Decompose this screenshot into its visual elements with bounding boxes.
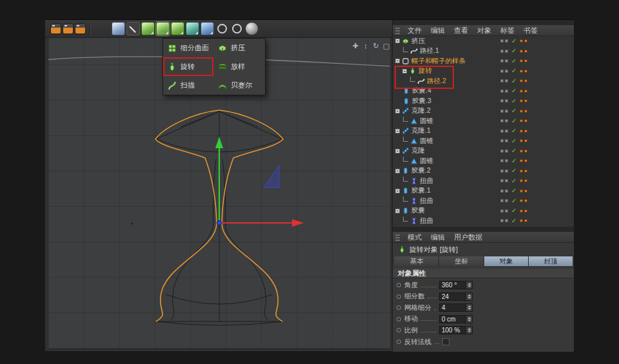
toggle-view-icon[interactable]: ▢ [382,42,390,50]
tag-dot-icon[interactable] [520,149,523,153]
menu-item-subdivision-surface[interactable]: 细分曲面 [163,39,213,57]
spinner-up-icon[interactable] [467,283,471,285]
editor-visibility-dot[interactable] [500,129,504,133]
tag-dot-icon[interactable] [520,159,523,162]
camera-button[interactable] [215,22,229,35]
spinner-down-icon[interactable] [467,308,471,310]
om-menu-查看[interactable]: 查看 [449,26,473,35]
spinner-arrows[interactable] [466,293,472,300]
tag-dot-icon[interactable] [524,119,527,122]
editor-visibility-dot[interactable] [500,159,504,162]
axis-y-arrow[interactable] [215,137,223,220]
orbit-icon[interactable]: ↻ [372,42,380,50]
enabled-check-icon[interactable]: ✓ [511,178,516,184]
object-row[interactable]: 扭曲✓ [393,176,574,186]
expand-toggle[interactable] [395,129,400,133]
tag-dot-icon[interactable] [520,189,523,193]
generators-button[interactable] [156,22,170,35]
tag-dot-icon[interactable] [524,139,527,142]
editor-visibility-dot[interactable] [500,149,504,153]
editor-visibility-dot[interactable] [500,199,504,202]
spinner-down-icon[interactable] [467,320,471,321]
tab-坐标[interactable]: 坐标 [439,256,483,266]
tag-dot-icon[interactable] [524,39,527,43]
editor-visibility-dot[interactable] [500,70,504,73]
render-visibility-dot[interactable] [505,90,508,93]
editor-visibility-dot[interactable] [500,110,504,113]
render-visibility-dot[interactable] [505,39,508,43]
render-visibility-dot[interactable] [505,79,508,82]
object-row[interactable]: 圆锥✓ [393,116,574,126]
panel-grip-icon[interactable] [395,234,400,241]
editor-visibility-dot[interactable] [500,119,504,122]
keyframe-circle-icon[interactable] [397,283,401,287]
tag-dot-icon[interactable] [524,219,527,222]
render-visibility-dot[interactable] [505,99,508,102]
freehand-spline-pen-button[interactable] [126,22,140,35]
spinner-up-icon[interactable] [467,317,471,319]
add-cube-button[interactable] [112,22,125,35]
menu-item-loft[interactable]: 放样 [213,57,264,76]
tag-dot-icon[interactable] [520,119,523,122]
enabled-check-icon[interactable]: ✓ [511,198,516,204]
render-visibility-dot[interactable] [505,209,508,213]
menu-item-bezier[interactable]: 贝赛尔 [213,76,264,95]
flip-normals-checkbox[interactable] [442,338,449,345]
enabled-check-icon[interactable]: ✓ [511,218,516,224]
editor-visibility-dot[interactable] [500,209,504,213]
enabled-check-icon[interactable]: ✓ [511,78,516,84]
panel-grip-icon[interactable] [395,27,400,34]
expand-toggle[interactable] [395,59,400,63]
render-visibility-dot[interactable] [505,199,508,202]
menu-item-sweep[interactable]: 扫描 [163,76,213,95]
axis-origin-handle[interactable] [217,220,221,225]
spinner-up-icon[interactable] [467,294,471,296]
object-row[interactable]: 路径.1✓ [393,46,574,57]
render-visibility-dot[interactable] [505,219,508,222]
value-field[interactable]: 4 [439,303,473,312]
editor-visibility-dot[interactable] [500,79,504,82]
expand-toggle[interactable] [395,109,400,113]
render-visibility-dot[interactable] [505,110,508,113]
tag-dot-icon[interactable] [524,169,527,173]
expand-toggle[interactable] [402,69,407,73]
editor-visibility-dot[interactable] [500,39,504,43]
keyframe-circle-icon[interactable] [397,317,401,321]
object-row[interactable]: 扭曲✓ [393,216,574,226]
object-row[interactable]: 克隆.1✓ [393,126,574,137]
enabled-check-icon[interactable]: ✓ [511,108,516,114]
object-row[interactable]: 旋转✓ [393,66,574,77]
menu-item-extrude[interactable]: 挤压 [213,39,264,57]
expand-toggle[interactable] [395,39,400,43]
tab-基本[interactable]: 基本 [395,256,438,266]
tag-dot-icon[interactable] [524,110,527,113]
tag-dot-icon[interactable] [520,179,523,182]
object-row[interactable]: 扭曲✓ [393,196,574,206]
render-visibility-dot[interactable] [505,149,508,153]
object-row[interactable]: 帽子和帽子的样条✓ [393,56,574,66]
om-menu-标签[interactable]: 标签 [496,26,519,35]
render-settings-button[interactable] [75,23,86,34]
deformers-button[interactable] [171,22,184,35]
value-field[interactable]: 360 ° [439,281,473,289]
tag-dot-icon[interactable] [524,199,527,202]
render-visibility-dot[interactable] [505,129,508,133]
enabled-check-icon[interactable]: ✓ [511,88,516,94]
expand-toggle[interactable] [395,189,400,193]
expand-toggle[interactable] [395,209,400,213]
render-visibility-dot[interactable] [505,119,508,122]
object-row[interactable]: 克隆.2✓ [393,106,574,117]
tag-dot-icon[interactable] [524,209,527,213]
render-visibility-dot[interactable] [505,179,508,182]
enabled-check-icon[interactable]: ✓ [511,58,516,64]
tag-dot-icon[interactable] [520,129,523,133]
object-row[interactable]: 圆锥✓ [393,136,574,146]
tag-dot-icon[interactable] [524,59,527,62]
am-menu-模式[interactable]: 模式 [403,233,426,242]
tag-dot-icon[interactable] [520,139,523,142]
tag-dot-icon[interactable] [524,70,527,73]
object-row[interactable]: 路径.2✓ [393,76,574,86]
subdivision-surface-button[interactable] [141,22,155,35]
tag-dot-icon[interactable] [520,50,523,53]
om-menu-文件[interactable]: 文件 [403,26,426,35]
